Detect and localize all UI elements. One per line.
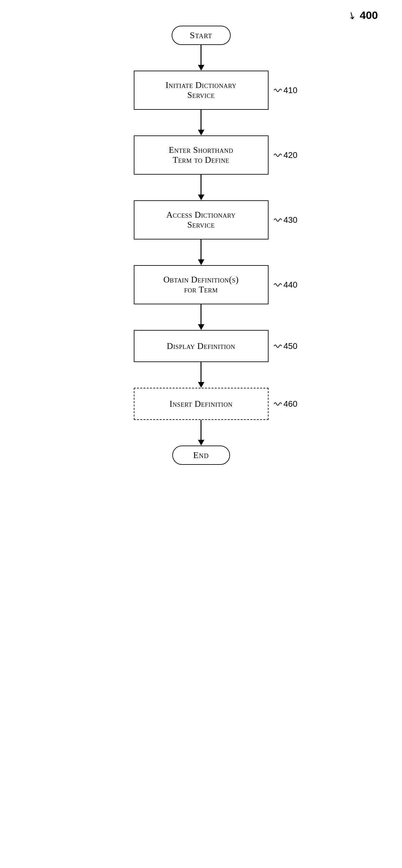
step-430-box: Access Dictionary Service: [134, 200, 269, 240]
figure-reference: ↙ 400: [348, 9, 378, 22]
start-terminal: Start: [172, 26, 231, 45]
squiggle-450-icon: [273, 343, 282, 349]
arrow-3: [198, 175, 204, 200]
squiggle-460-icon: [273, 401, 282, 407]
arrow-line: [201, 304, 201, 324]
step-460-number: 460: [273, 399, 297, 409]
step-450-label: Display Definition: [167, 341, 235, 351]
arrow-head: [198, 65, 204, 71]
arrow-line: [201, 362, 201, 382]
step-420-label: Enter Shorthand Term to Define: [169, 145, 233, 165]
step-450-number: 450: [273, 341, 297, 351]
step-410-wrapper: Initiate Dictionary Service 410: [134, 71, 269, 110]
arrow-line: [201, 240, 201, 259]
arrow-head: [198, 382, 204, 388]
figure-arrow-icon: ↙: [346, 8, 358, 22]
step-440-box: Obtain Definition(s) for Term: [134, 265, 269, 304]
arrow-6: [198, 362, 204, 388]
step-440-wrapper: Obtain Definition(s) for Term 440: [134, 265, 269, 304]
step-430-label: Access Dictionary Service: [167, 210, 236, 230]
squiggle-440-icon: [273, 281, 282, 288]
arrow-line: [201, 175, 201, 194]
figure-number: 400: [360, 9, 378, 22]
step-450-wrapper: Display Definition 450: [134, 330, 269, 362]
step-460-box: Insert Definition: [134, 388, 269, 420]
step-420-number: 420: [273, 150, 297, 160]
step-420-box: Enter Shorthand Term to Define: [134, 135, 269, 175]
step-430-wrapper: Access Dictionary Service 430: [134, 200, 269, 240]
arrow-5: [198, 304, 204, 330]
step-410-box: Initiate Dictionary Service: [134, 71, 269, 110]
arrow-2: [198, 110, 204, 135]
step-410-number: 410: [273, 85, 297, 95]
squiggle-410-icon: [273, 87, 282, 93]
flowchart: Start Initiate Dictionary Service 410: [111, 26, 291, 465]
arrow-head: [198, 440, 204, 445]
step-460-wrapper: Insert Definition 460: [134, 388, 269, 420]
step-440-number: 440: [273, 280, 297, 290]
step-420-wrapper: Enter Shorthand Term to Define 420: [134, 135, 269, 175]
arrow-7: [198, 420, 204, 445]
squiggle-430-icon: [273, 217, 282, 223]
step-460-label: Insert Definition: [169, 399, 233, 409]
arrow-line: [201, 420, 201, 440]
diagram-container: ↙ 400 Start Initiate Dictionary Service …: [0, 0, 402, 868]
arrow-head: [198, 259, 204, 265]
arrow-line: [201, 45, 201, 65]
arrow-head: [198, 324, 204, 330]
arrow-head: [198, 130, 204, 135]
arrow-line: [201, 110, 201, 130]
step-440-label: Obtain Definition(s) for Term: [163, 275, 239, 295]
step-430-number: 430: [273, 215, 297, 225]
squiggle-420-icon: [273, 152, 282, 158]
arrow-1: [198, 45, 204, 71]
arrow-4: [198, 240, 204, 265]
arrow-head: [198, 194, 204, 200]
step-450-box: Display Definition: [134, 330, 269, 362]
step-410-label: Initiate Dictionary Service: [166, 80, 236, 100]
end-terminal: End: [172, 445, 230, 465]
